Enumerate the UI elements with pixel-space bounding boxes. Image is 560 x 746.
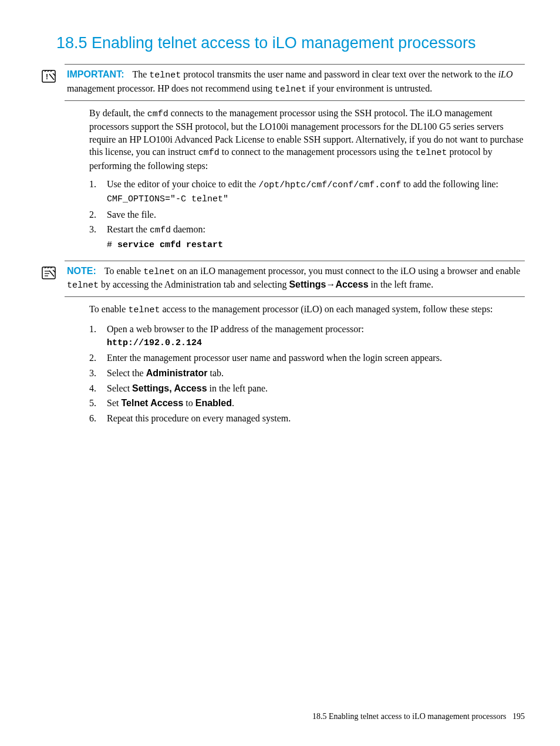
important-icon: ! xyxy=(41,68,65,85)
note-text: To enable telnet on an iLO management pr… xyxy=(67,266,520,289)
steps-list-2: Open a web browser to the IP address of … xyxy=(89,323,525,425)
step2-3: Select the Administrator tab. xyxy=(89,367,525,380)
step-2: Save the file. xyxy=(89,208,525,221)
note-callout: NOTE:To enable telnet on an iLO manageme… xyxy=(65,261,525,298)
step2-5: Set Telnet Access to Enabled. xyxy=(89,397,525,410)
step-1: Use the editor of your choice to edit th… xyxy=(89,178,525,206)
note-label: NOTE: xyxy=(67,266,96,276)
footer-text: 18.5 Enabling telnet access to iLO manag… xyxy=(312,712,506,721)
important-callout: ! IMPORTANT:The telnet protocol transmit… xyxy=(65,64,525,101)
code-block-cmf-options: CMF_OPTIONS="-C telnet" xyxy=(107,194,525,205)
step2-6: Repeat this procedure on every managed s… xyxy=(89,412,525,425)
intro-paragraph-1: By default, the cmfd connects to the man… xyxy=(89,107,525,172)
svg-rect-0 xyxy=(42,70,55,82)
step2-2: Enter the management processor user name… xyxy=(89,352,525,364)
important-text: The telnet protocol transmits the user n… xyxy=(67,69,513,93)
intro-paragraph-2: To enable telnet access to the managemen… xyxy=(89,303,525,316)
note-content: NOTE:To enable telnet on an iLO manageme… xyxy=(65,265,525,292)
page-number: 195 xyxy=(512,712,525,721)
steps-list-1: Use the editor of your choice to edit th… xyxy=(89,178,525,251)
code-block-url: http://192.0.2.124 xyxy=(107,337,525,349)
important-content: IMPORTANT:The telnet protocol transmits … xyxy=(65,68,525,96)
important-label: IMPORTANT: xyxy=(67,69,124,79)
step2-4: Select Settings, Access in the left pane… xyxy=(89,382,525,395)
svg-rect-2 xyxy=(42,267,55,279)
step2-1: Open a web browser to the IP address of … xyxy=(89,323,525,350)
page-footer: 18.5 Enabling telnet access to iLO manag… xyxy=(312,711,525,723)
step-3: Restart the cmfd daemon: # service cmfd … xyxy=(89,223,525,251)
svg-text:!: ! xyxy=(46,73,48,81)
section-heading: 18.5 Enabling telnet access to iLO manag… xyxy=(56,32,525,53)
code-block-service-restart: # service cmfd restart xyxy=(107,239,525,251)
note-icon xyxy=(41,265,65,281)
